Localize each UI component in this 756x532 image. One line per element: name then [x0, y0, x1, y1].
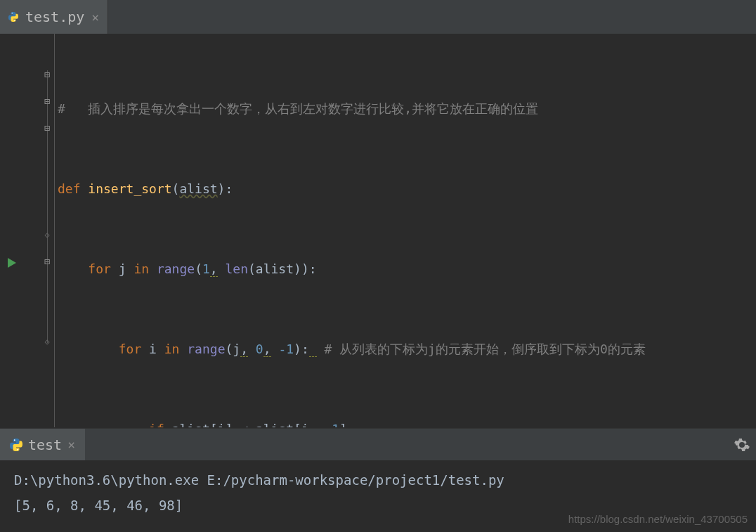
gear-icon[interactable]	[734, 436, 750, 453]
editor-tab-bar: test.py ×	[0, 0, 756, 34]
builtin-range: range	[157, 261, 195, 276]
console-tab-bar: test ×	[0, 428, 756, 460]
kw-def: def	[58, 181, 81, 196]
tab-filename: test.py	[25, 8, 84, 25]
console-exec-line: D:\python3.6\python.exe E:/pycharm-works…	[14, 467, 742, 493]
fold-toggle-icon[interactable]	[43, 97, 51, 105]
fn-name: insert_sort	[88, 181, 171, 196]
var: i	[301, 422, 309, 427]
builtin-len: len	[226, 261, 249, 276]
var: alist	[172, 422, 210, 427]
console-tab[interactable]: test ×	[0, 429, 85, 460]
run-line-icon[interactable]	[4, 256, 18, 270]
code-content[interactable]: # 插入排序是每次拿出一个数字，从右到左对数字进行比较,并将它放在正确的位置 d…	[55, 34, 756, 427]
file-tab[interactable]: test.py ×	[0, 0, 108, 34]
kw-if: if	[149, 422, 164, 427]
svg-point-2	[14, 439, 15, 441]
fold-toggle-icon[interactable]	[43, 124, 51, 132]
kw-for: for	[119, 342, 142, 356]
param: alist	[179, 181, 217, 196]
builtin-range: range	[187, 342, 225, 356]
fold-end-icon	[43, 231, 51, 239]
op: -	[317, 422, 325, 427]
var-j: j	[119, 261, 126, 276]
python-icon	[10, 439, 22, 451]
python-file-icon	[8, 12, 18, 22]
num: -1	[278, 342, 294, 356]
code-editor[interactable]: # 插入排序是每次拿出一个数字，从右到左对数字进行比较,并将它放在正确的位置 d…	[0, 34, 756, 427]
var-i: i	[149, 342, 157, 356]
var: j	[233, 342, 240, 356]
kw-for: for	[88, 261, 111, 276]
console-tab-label: test	[28, 436, 62, 453]
num: 0	[256, 342, 263, 356]
num: 1	[332, 422, 339, 427]
fold-toggle-icon[interactable]	[43, 70, 51, 79]
kw-in: in	[164, 342, 180, 356]
close-icon[interactable]: ×	[91, 10, 99, 25]
close-icon[interactable]: ×	[67, 437, 75, 452]
op: <	[240, 422, 248, 427]
svg-point-3	[17, 448, 18, 450]
var: i	[218, 422, 226, 427]
svg-point-1	[14, 20, 15, 21]
kw-in: in	[133, 261, 149, 276]
num: 1	[202, 261, 210, 276]
watermark-text: https://blog.csdn.net/weixin_43700505	[568, 513, 748, 525]
svg-point-0	[12, 13, 13, 13]
editor-gutter	[0, 34, 55, 427]
var: alist	[256, 261, 294, 276]
fold-end-icon	[43, 337, 51, 346]
fold-toggle-icon[interactable]	[43, 257, 51, 266]
code-comment: # 插入排序是每次拿出一个数字，从右到左对数字进行比较,并将它放在正确的位置	[58, 101, 538, 116]
code-comment: # 从列表的下标为j的元素开始，倒序取到下标为0的元素	[324, 342, 645, 356]
var: alist	[256, 422, 294, 427]
